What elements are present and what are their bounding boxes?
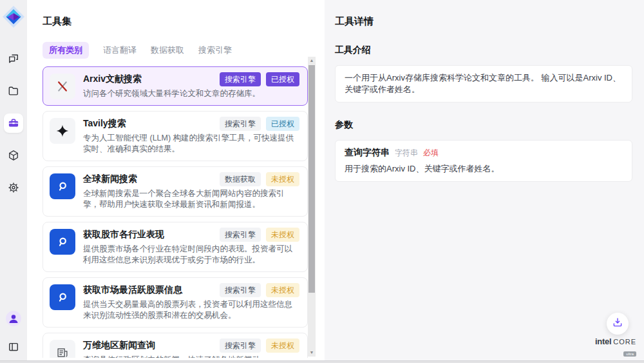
q-icon: [50, 173, 75, 199]
tool-name: 万维地区新闻查询: [83, 338, 214, 351]
tab-0[interactable]: 所有类别: [43, 42, 89, 59]
scroll-thumb[interactable]: [308, 65, 315, 293]
auth-badge: 未授权: [266, 283, 299, 297]
tool-cards: Arxiv文献搜索 搜索引擎 已授权 访问各个研究领域大量科学论文和文章的存储库…: [43, 66, 308, 358]
collapse-panel-icon[interactable]: [4, 337, 23, 357]
param-type: 字符串: [395, 148, 418, 159]
tavily-icon: [50, 118, 75, 144]
avatar-icon[interactable]: [5, 310, 22, 329]
category-badge: 搜索引擎: [220, 283, 261, 297]
tool-desc: 访问各个研究领域大量科学论文和文章的存储库。: [83, 88, 299, 100]
param-head: 查询字符串 字符串 必填: [345, 147, 623, 159]
category-badge: 搜索引擎: [220, 72, 261, 86]
tab-1[interactable]: 语言翻译: [103, 42, 137, 59]
download-icon: [612, 317, 623, 331]
intel-core-logo: intel CORE ultra: [595, 337, 636, 358]
tool-card[interactable]: 获取市场最活跃股票信息 搜索引擎 未授权 提供当天交易量最高的股票列表，投资者可…: [43, 277, 308, 328]
scrollbar[interactable]: ▲ ▼: [308, 57, 316, 357]
intel-ultra-badge: ultra: [623, 351, 636, 357]
intro-text: 一个用于从Arxiv存储库搜索科学论文和文章的工具。 输入可以是Arxiv ID…: [345, 72, 623, 95]
gear-icon[interactable]: [4, 178, 23, 197]
auth-badge: 未授权: [266, 172, 299, 186]
intel-wordmark: intel: [595, 337, 611, 346]
tool-desc: 提供股票市场各个行业在特定时间段内的表现。投资者可以利用这些信息来识别表现优于或…: [83, 244, 299, 266]
tool-name: 全球新闻搜索: [83, 172, 214, 185]
rail-bottom: [4, 310, 23, 357]
auth-badge: 未授权: [266, 338, 299, 353]
core-wordmark: CORE: [613, 338, 636, 346]
category-badge: 搜索引擎: [220, 228, 261, 242]
q-icon: [50, 284, 75, 310]
tool-detail-panel: 工具详情 工具介绍 一个用于从Arxiv存储库搜索科学论文和文章的工具。 输入可…: [325, 0, 644, 363]
rail-nav: [4, 49, 23, 197]
category-badge: 搜索引擎: [220, 338, 261, 353]
tool-name: 获取市场最活跃股票信息: [83, 283, 214, 296]
tool-list-title: 工具集: [43, 15, 325, 28]
intro-card: 一个用于从Arxiv存储库搜索科学论文和文章的工具。 输入可以是Arxiv ID…: [335, 65, 632, 103]
tool-card[interactable]: Arxiv文献搜索 搜索引擎 已授权 访问各个研究领域大量科学论文和文章的存储库…: [43, 66, 308, 106]
tool-card[interactable]: 万维地区新闻查询 搜索引擎 未授权 查询具体行政区划内的新闻，快速了解各地新闻动: [43, 333, 308, 358]
tool-name: Arxiv文献搜索: [83, 72, 214, 85]
tool-desc: 全球新闻搜索是一个聚合全球各大新闻网站内容的搜索引擎，帮助用户快速获取全球最新资…: [83, 188, 299, 211]
q-icon: [50, 229, 75, 255]
tool-list-panel: 工具集 所有类别语言翻译数据获取搜索引擎 Arxiv文献搜索 搜索引擎 已授权 …: [27, 0, 325, 363]
category-badge: 搜索引擎: [220, 117, 261, 131]
category-tabs: 所有类别语言翻译数据获取搜索引擎: [43, 42, 325, 59]
param-card: 查询字符串 字符串 必填 用于搜索的Arxiv ID、关键字或作者姓名。: [335, 140, 632, 182]
category-badge: 数据获取: [220, 172, 261, 186]
auth-badge: 已授权: [266, 117, 299, 131]
tool-card[interactable]: 全球新闻搜索 数据获取 未授权 全球新闻搜索是一个聚合全球各大新闻网站内容的搜索…: [43, 166, 308, 217]
tab-3[interactable]: 搜索引擎: [198, 42, 232, 59]
scroll-down-arrow[interactable]: ▼: [308, 349, 316, 357]
auth-badge: 已授权: [266, 72, 299, 86]
tool-card[interactable]: Tavily搜索 搜索引擎 已授权 专为人工智能代理 (LLM) 构建的搜索引擎…: [43, 111, 308, 161]
detail-title: 工具详情: [335, 15, 632, 28]
param-desc: 用于搜索的Arxiv ID、关键字或作者姓名。: [345, 163, 623, 175]
arxiv-icon: [50, 74, 75, 99]
tool-card[interactable]: 获取股市各行业表现 搜索引擎 未授权 提供股票市场各个行业在特定时间段内的表现。…: [43, 222, 308, 272]
app-logo-icon[interactable]: [2, 5, 25, 28]
chat-icon[interactable]: [4, 49, 23, 68]
intro-section-title: 工具介绍: [335, 44, 632, 56]
toolbox-icon[interactable]: [4, 113, 23, 133]
param-name: 查询字符串: [345, 147, 390, 159]
newspaper-icon: [50, 340, 75, 358]
params-section-title: 参数: [335, 119, 632, 131]
auth-badge: 未授权: [266, 228, 299, 242]
cube-icon[interactable]: [4, 146, 23, 165]
window-bottom-edge: [0, 360, 644, 363]
tool-name: 获取股市各行业表现: [83, 228, 214, 240]
tool-desc: 查询具体行政区划内的新闻，快速了解各地新闻动: [83, 355, 299, 358]
tool-name: Tavily搜索: [83, 117, 214, 130]
tool-desc: 专为人工智能代理 (LLM) 构建的搜索引擎工具，可快速提供实时、准确和真实的结…: [83, 133, 299, 155]
left-rail: [0, 0, 27, 363]
folder-icon[interactable]: [4, 81, 23, 101]
tab-2[interactable]: 数据获取: [151, 42, 184, 59]
param-required-badge: 必填: [423, 148, 439, 159]
scroll-up-arrow[interactable]: ▲: [308, 57, 316, 64]
download-button[interactable]: [607, 313, 629, 335]
tool-desc: 提供当天交易量最高的股票列表，投资者可以利用这些信息来识别流动性强的股票和潜在的…: [83, 299, 299, 322]
